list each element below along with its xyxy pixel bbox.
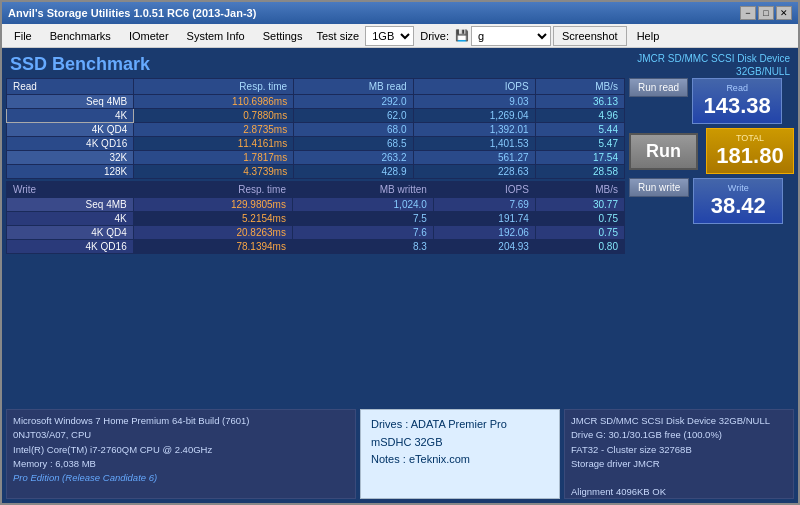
- table-row: 4K QD4 2.8735ms 68.0 1,392.01 5.44: [7, 123, 625, 137]
- table-row: Seq 4MB 129.9805ms 1,024.0 7.69 30.77: [7, 198, 625, 212]
- device-info: JMCR SD/MMC SCSI Disk Device 32GB/NULL: [637, 52, 794, 78]
- resp-time: 4.3739ms: [134, 165, 294, 179]
- read-score-label: Read: [701, 83, 773, 93]
- read-score-box: Read 143.38: [692, 78, 782, 124]
- tables-section: Read Resp. time MB read IOPS MB/s Seq 4M…: [6, 78, 625, 406]
- screenshot-button[interactable]: Screenshot: [553, 26, 627, 46]
- title-bar: Anvil's Storage Utilities 1.0.51 RC6 (20…: [2, 2, 798, 24]
- iops-val: 561.27: [413, 151, 535, 165]
- menu-system-info[interactable]: System Info: [179, 26, 253, 46]
- content-area: SSD Benchmark JMCR SD/MMC SCSI Disk Devi…: [2, 48, 798, 503]
- label: 4K: [7, 212, 134, 226]
- mbs-val: 36.13: [535, 95, 624, 109]
- mb-val: 7.5: [292, 212, 433, 226]
- menu-settings[interactable]: Settings: [255, 26, 311, 46]
- br-line7: Compression 100% (Incompressible): [571, 500, 787, 504]
- menu-help[interactable]: Help: [629, 26, 668, 46]
- read-header: Read: [7, 79, 134, 95]
- pro-edition: Pro Edition (Release Candidate 6): [13, 471, 349, 485]
- br-line5: [571, 471, 787, 485]
- run-read-area: Run read Read 143.38: [629, 78, 794, 124]
- sys-line1: Microsoft Windows 7 Home Premium 64-bit …: [13, 414, 349, 428]
- mb-val: 68.5: [294, 137, 413, 151]
- mb-val: 68.0: [294, 123, 413, 137]
- drive-label: Drive:: [416, 30, 453, 42]
- mbs-val: 5.44: [535, 123, 624, 137]
- main-window: Anvil's Storage Utilities 1.0.51 RC6 (20…: [0, 0, 800, 505]
- mb-val: 62.0: [294, 109, 413, 123]
- minimize-button[interactable]: −: [740, 6, 756, 20]
- total-score-box: TOTAL 181.80: [706, 128, 794, 174]
- mbs-val: 28.58: [535, 165, 624, 179]
- table-row: Seq 4MB 110.6986ms 292.0 9.03 36.13: [7, 95, 625, 109]
- iops-val: 204.93: [433, 240, 535, 254]
- resp-time-header: Resp. time: [134, 79, 294, 95]
- menu-benchmarks[interactable]: Benchmarks: [42, 26, 119, 46]
- write-table: Write Resp. time MB written IOPS MB/s Se…: [6, 181, 625, 254]
- menu-bar: File Benchmarks IOmeter System Info Sett…: [2, 24, 798, 48]
- iops-val: 1,401.53: [413, 137, 535, 151]
- read-table: Read Resp. time MB read IOPS MB/s Seq 4M…: [6, 78, 625, 179]
- resp-time: 78.1394ms: [133, 240, 292, 254]
- mbs-val: 0.80: [535, 240, 624, 254]
- menu-iometer[interactable]: IOmeter: [121, 26, 177, 46]
- sys-line2: 0NJT03/A07, CPU: [13, 428, 349, 442]
- mb-val: 292.0: [294, 95, 413, 109]
- label: 4K QD16: [7, 137, 134, 151]
- iops-val: 1,269.04: [413, 109, 535, 123]
- iops-val: 192.06: [433, 226, 535, 240]
- ssd-title: SSD Benchmark: [6, 52, 154, 77]
- resp-time: 5.2154ms: [133, 212, 292, 226]
- iops-val: 1,392.01: [413, 123, 535, 137]
- mbs-val: 0.75: [535, 226, 624, 240]
- run-read-button[interactable]: Run read: [629, 78, 688, 97]
- top-section: SSD Benchmark JMCR SD/MMC SCSI Disk Devi…: [6, 52, 794, 78]
- write-score-box: Write 38.42: [693, 178, 783, 224]
- sys-line4: Memory : 6,038 MB: [13, 457, 349, 471]
- table-row: 32K 1.7817ms 263.2 561.27 17.54: [7, 151, 625, 165]
- br-line6: Alignment 4096KB OK: [571, 485, 787, 499]
- label: 128K: [7, 165, 134, 179]
- mbs-val: 17.54: [535, 151, 624, 165]
- resp-time: 0.7880ms: [134, 109, 294, 123]
- mb-val: 1,024.0: [292, 198, 433, 212]
- resp-time: 1.7817ms: [134, 151, 294, 165]
- mb-val: 263.2: [294, 151, 413, 165]
- run-write-button[interactable]: Run write: [629, 178, 689, 197]
- br-line4: Storage driver JMCR: [571, 457, 787, 471]
- br-line1: JMCR SD/MMC SCSI Disk Device 32GB/NULL: [571, 414, 787, 428]
- main-area: Read Resp. time MB read IOPS MB/s Seq 4M…: [6, 78, 794, 406]
- mb-val: 8.3: [292, 240, 433, 254]
- br-line2: Drive G: 30.1/30.1GB free (100.0%): [571, 428, 787, 442]
- table-row: 4K 0.7880ms 62.0 1,269.04 4.96: [7, 109, 625, 123]
- iops-val: 9.03: [413, 95, 535, 109]
- total-score-label: TOTAL: [715, 133, 785, 143]
- test-size-select[interactable]: 1GB: [365, 26, 414, 46]
- run-button[interactable]: Run: [629, 133, 698, 170]
- iops-w-header: IOPS: [433, 182, 535, 198]
- device-line2: 32GB/NULL: [637, 65, 790, 78]
- mb-val: 7.6: [292, 226, 433, 240]
- label: 32K: [7, 151, 134, 165]
- window-controls: − □ ✕: [740, 6, 792, 20]
- menu-file[interactable]: File: [6, 26, 40, 46]
- drive-select[interactable]: g: [471, 26, 551, 46]
- mbs-read-header: MB/s: [535, 79, 624, 95]
- iops-val: 191.74: [433, 212, 535, 226]
- iops-read-header: IOPS: [413, 79, 535, 95]
- close-button[interactable]: ✕: [776, 6, 792, 20]
- mbs-w-header: MB/s: [535, 182, 624, 198]
- label: 4K QD4: [7, 123, 134, 137]
- notes-info: Notes : eTeknix.com: [371, 451, 549, 469]
- bottom-section: Microsoft Windows 7 Home Premium 64-bit …: [6, 409, 794, 499]
- table-row: 128K 4.3739ms 428.9 228.63 28.58: [7, 165, 625, 179]
- label: Seq 4MB: [7, 95, 134, 109]
- br-line3: FAT32 - Cluster size 32768B: [571, 443, 787, 457]
- maximize-button[interactable]: □: [758, 6, 774, 20]
- run-total-area: Run TOTAL 181.80: [629, 128, 794, 174]
- mb-val: 428.9: [294, 165, 413, 179]
- resp-time: 2.8735ms: [134, 123, 294, 137]
- mbs-val: 5.47: [535, 137, 624, 151]
- resp-time: 20.8263ms: [133, 226, 292, 240]
- window-title: Anvil's Storage Utilities 1.0.51 RC6 (20…: [8, 7, 256, 19]
